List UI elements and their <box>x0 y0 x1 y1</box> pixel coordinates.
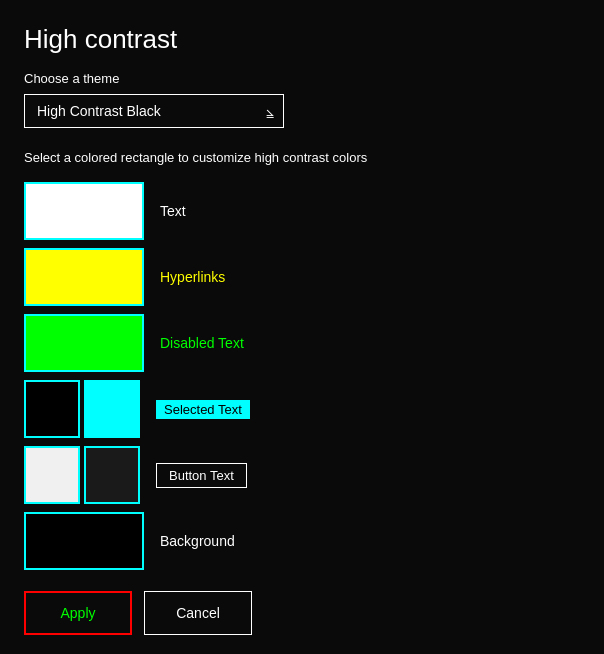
theme-select[interactable]: High Contrast Black High Contrast White … <box>24 94 284 128</box>
cancel-button[interactable]: Cancel <box>144 591 252 635</box>
selected-text-swatch[interactable] <box>84 380 140 438</box>
list-item: Button Text <box>24 445 580 505</box>
theme-select-wrapper: High Contrast Black High Contrast White … <box>24 94 284 128</box>
theme-label: Choose a theme <box>24 71 580 86</box>
customize-label: Select a colored rectangle to customize … <box>24 150 580 165</box>
button-bg-swatch[interactable] <box>24 446 80 504</box>
button-text-swatch[interactable] <box>84 446 140 504</box>
background-row-label: Background <box>160 533 235 549</box>
list-item: Hyperlinks <box>24 247 580 307</box>
list-item: Selected Text <box>24 379 580 439</box>
button-text-badge: Button Text <box>156 463 247 488</box>
disabled-row-label: Disabled Text <box>160 335 244 351</box>
button-double-swatch <box>24 446 140 504</box>
apply-button[interactable]: Apply <box>24 591 132 635</box>
color-rows: Text Hyperlinks Disabled Text Selected T… <box>24 181 580 571</box>
list-item: Text <box>24 181 580 241</box>
selected-bg-swatch[interactable] <box>24 380 80 438</box>
selected-double-swatch <box>24 380 140 438</box>
list-item: Disabled Text <box>24 313 580 373</box>
hyperlinks-color-swatch[interactable] <box>24 248 144 306</box>
list-item: Background <box>24 511 580 571</box>
text-color-swatch[interactable] <box>24 182 144 240</box>
hyperlinks-row-label: Hyperlinks <box>160 269 225 285</box>
theme-section: Choose a theme High Contrast Black High … <box>24 71 580 128</box>
selected-text-badge: Selected Text <box>156 400 250 419</box>
actions-row: Apply Cancel <box>24 591 580 635</box>
disabled-color-swatch[interactable] <box>24 314 144 372</box>
background-color-swatch[interactable] <box>24 512 144 570</box>
page-title: High contrast <box>24 24 580 55</box>
text-row-label: Text <box>160 203 186 219</box>
